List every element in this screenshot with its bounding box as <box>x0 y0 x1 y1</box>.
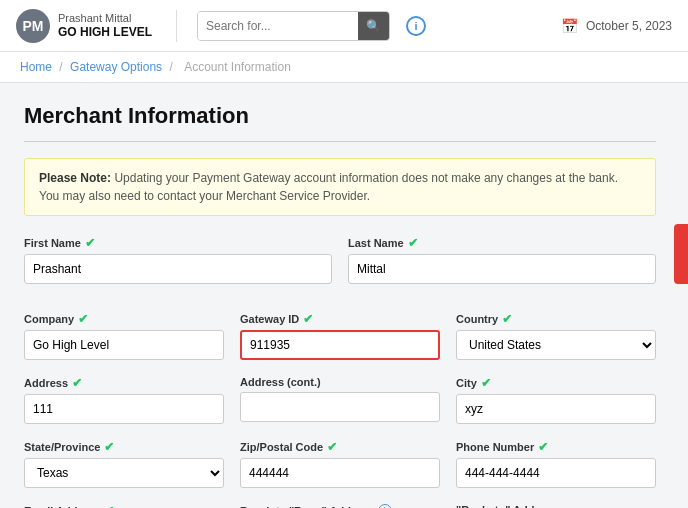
breadcrumb-home[interactable]: Home <box>20 60 52 74</box>
breadcrumb-sep1: / <box>59 60 62 74</box>
state-group: State/Province ✔ Texas <box>24 440 224 488</box>
gateway-id-group: Gateway ID ✔ <box>240 312 440 360</box>
state-label: State/Province ✔ <box>24 440 224 454</box>
last-name-input[interactable] <box>348 254 656 284</box>
breadcrumb-gateway[interactable]: Gateway Options <box>70 60 162 74</box>
breadcrumb-sep2: / <box>169 60 172 74</box>
phone-check-icon: ✔ <box>538 440 548 454</box>
red-side-tab[interactable] <box>674 224 688 284</box>
search-input[interactable] <box>198 12 358 40</box>
brand-name: GO HIGH LEVEL <box>58 25 152 41</box>
divider <box>176 10 177 42</box>
company-input[interactable] <box>24 330 224 360</box>
avatar: PM <box>16 9 50 43</box>
company-label: Company ✔ <box>24 312 224 326</box>
zip-input[interactable] <box>240 458 440 488</box>
first-name-input[interactable] <box>24 254 332 284</box>
address-cont-input[interactable] <box>240 392 440 422</box>
reply-to-label: "Reply-to" Address <box>456 504 656 508</box>
user-section: PM Prashant Mittal GO HIGH LEVEL <box>16 9 156 43</box>
address-group: Address ✔ <box>24 376 224 424</box>
country-group: Country ✔ United States <box>456 312 656 360</box>
email-label: Email Address ✔ <box>24 504 224 508</box>
city-check-icon: ✔ <box>481 376 491 390</box>
gateway-id-label: Gateway ID ✔ <box>240 312 440 326</box>
notice-box: Please Note: Updating your Payment Gatew… <box>24 158 656 216</box>
country-select[interactable]: United States <box>456 330 656 360</box>
city-label: City ✔ <box>456 376 656 390</box>
address-cont-group: Address (cont.) <box>240 376 440 422</box>
row-state: State/Province ✔ Texas Zip/Postal Code ✔… <box>24 440 656 488</box>
state-check-icon: ✔ <box>104 440 114 454</box>
first-name-check-icon: ✔ <box>85 236 95 250</box>
row-address: Address ✔ Address (cont.) City ✔ <box>24 376 656 424</box>
last-name-group: Last Name ✔ <box>348 236 656 284</box>
receipts-label: Receipts "From" Address i <box>240 504 440 508</box>
search-button[interactable]: 🔍 <box>358 12 389 40</box>
state-select[interactable]: Texas <box>24 458 224 488</box>
row-name: First Name ✔ Last Name ✔ <box>24 236 656 284</box>
email-group: Email Address ✔ <box>24 504 224 508</box>
reply-to-group: "Reply-to" Address <box>456 504 656 508</box>
address-check-icon: ✔ <box>72 376 82 390</box>
notice-bold: Please Note: <box>39 171 111 185</box>
address-cont-label: Address (cont.) <box>240 376 440 388</box>
first-name-label: First Name ✔ <box>24 236 332 250</box>
address-input[interactable] <box>24 394 224 424</box>
title-divider <box>24 141 656 142</box>
last-name-check-icon: ✔ <box>408 236 418 250</box>
header: PM Prashant Mittal GO HIGH LEVEL 🔍 i 📅 O… <box>0 0 688 52</box>
phone-group: Phone Number ✔ <box>456 440 656 488</box>
breadcrumb-current: Account Information <box>184 60 291 74</box>
email-check-icon: ✔ <box>104 504 114 508</box>
company-group: Company ✔ <box>24 312 224 360</box>
receipts-info-icon: i <box>378 504 392 508</box>
gateway-id-check-icon: ✔ <box>303 312 313 326</box>
address-label: Address ✔ <box>24 376 224 390</box>
zip-check-icon: ✔ <box>327 440 337 454</box>
phone-input[interactable] <box>456 458 656 488</box>
company-check-icon: ✔ <box>78 312 88 326</box>
gateway-id-input[interactable] <box>240 330 440 360</box>
date-text: October 5, 2023 <box>586 19 672 33</box>
header-right: 📅 October 5, 2023 <box>561 18 672 34</box>
notice-text: Updating your Payment Gateway account in… <box>39 171 618 203</box>
calendar-icon: 📅 <box>561 18 578 34</box>
user-name: Prashant Mittal <box>58 11 152 25</box>
country-check-icon: ✔ <box>502 312 512 326</box>
city-input[interactable] <box>456 394 656 424</box>
search-bar: 🔍 <box>197 11 390 41</box>
last-name-label: Last Name ✔ <box>348 236 656 250</box>
city-group: City ✔ <box>456 376 656 424</box>
main-content: Merchant Information Please Note: Updati… <box>0 83 680 508</box>
breadcrumb: Home / Gateway Options / Account Informa… <box>0 52 688 83</box>
page-title: Merchant Information <box>24 103 656 129</box>
receipts-group: Receipts "From" Address i <box>240 504 440 508</box>
info-icon[interactable]: i <box>406 16 426 36</box>
user-info: Prashant Mittal GO HIGH LEVEL <box>58 11 152 41</box>
zip-group: Zip/Postal Code ✔ <box>240 440 440 488</box>
row-email: Email Address ✔ Receipts "From" Address … <box>24 504 656 508</box>
country-label: Country ✔ <box>456 312 656 326</box>
first-name-group: First Name ✔ <box>24 236 332 284</box>
phone-label: Phone Number ✔ <box>456 440 656 454</box>
zip-label: Zip/Postal Code ✔ <box>240 440 440 454</box>
row-company: Company ✔ Gateway ID ✔ Country ✔ United … <box>24 312 656 360</box>
